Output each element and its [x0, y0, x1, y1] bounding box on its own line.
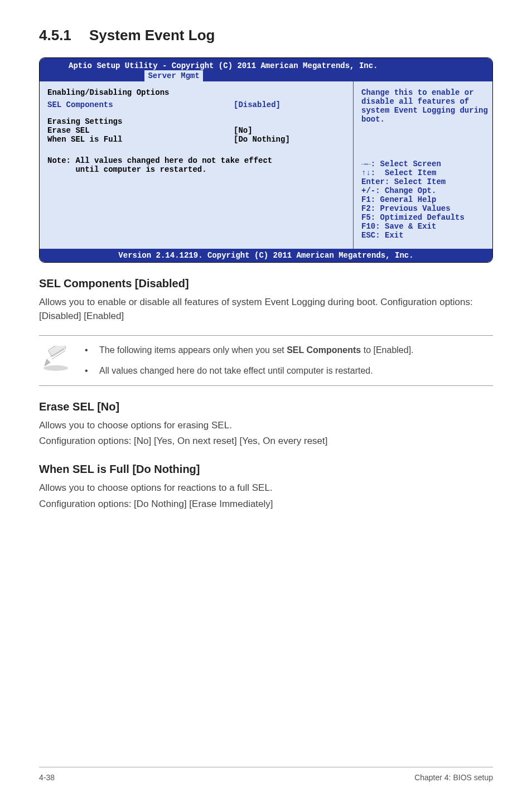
paragraph-erase-sel-1: Allows you to choose options for erasing… — [39, 419, 493, 433]
bullet-icon: • — [85, 364, 88, 377]
bios-key-line: F2: Previous Values — [361, 204, 486, 213]
svg-rect-2 — [48, 346, 66, 357]
list-item: • The following items appears only when … — [85, 344, 493, 356]
sel-components-value: [Disabled] — [234, 100, 345, 109]
bios-key-line: +/-: Change Opt. — [361, 186, 486, 195]
paragraph-erase-sel-2: Configuration options: [No] [Yes, On nex… — [39, 434, 493, 448]
paragraph-when-full-1: Allows you to choose options for reactio… — [39, 481, 493, 495]
page-footer: 4-38 Chapter 4: BIOS setup — [39, 767, 493, 782]
section-heading: 4.5.1System Event Log — [39, 27, 493, 44]
when-sel-full-value: [Do Nothing] — [234, 135, 345, 144]
when-sel-full-label: When SEL is Full — [47, 135, 234, 144]
bios-note-line2: until computer is restarted. — [47, 165, 207, 174]
svg-marker-1 — [45, 359, 50, 366]
callout-text-pre: The following items appears only when yo… — [99, 345, 287, 355]
bios-key-line: Enter: Select Item — [361, 177, 486, 186]
bios-key-line: F10: Save & Exit — [361, 222, 486, 231]
bios-desc-line: boot. — [361, 115, 486, 124]
erase-sel-value: [No] — [234, 126, 345, 135]
bullet-icon: • — [85, 344, 88, 356]
callout-item-text: All values changed here do not take effe… — [99, 364, 373, 377]
bios-header-line: Aptio Setup Utility - Copyright (C) 2011… — [45, 61, 487, 70]
bios-help-description: Change this to enable or disable all fea… — [361, 88, 486, 160]
page-number: 4-38 — [39, 773, 55, 782]
bios-key-line: F1: General Help — [361, 195, 486, 204]
bios-desc-line: system Event Logging during — [361, 106, 486, 115]
paragraph-when-full-2: Configuration options: [Do Nothing] [Era… — [39, 497, 493, 511]
bios-desc-line: Change this to enable or — [361, 88, 486, 97]
bios-key-line: ESC: Exit — [361, 231, 486, 240]
bios-screenshot: Aptio Setup Utility - Copyright (C) 2011… — [39, 57, 493, 263]
bios-header-text: Aptio Setup Utility - Copyright (C) 2011… — [69, 61, 378, 70]
bios-desc-line: disable all features of — [361, 97, 486, 106]
pencil-icon — [39, 344, 72, 371]
group-erasing-label: Erasing Settings — [47, 117, 345, 126]
bios-tab-server-mgmt: Server Mgmt — [144, 70, 202, 81]
callout-item-text: The following items appears only when yo… — [99, 344, 414, 356]
bios-note: Note: All values changed here do not tak… — [47, 156, 345, 174]
section-number: 4.5.1 — [39, 27, 89, 44]
chapter-label: Chapter 4: BIOS setup — [414, 773, 493, 782]
section-title-text: System Event Log — [89, 27, 215, 44]
callout-text-post: to [Enabled]. — [361, 345, 413, 355]
callout-text-bold: SEL Components — [287, 345, 361, 355]
bios-right-pane: Change this to enable or disable all fea… — [353, 81, 492, 249]
subhead-sel-components: SEL Components [Disabled] — [39, 277, 493, 290]
group-enabling-label: Enabling/Disabling Options — [47, 88, 345, 97]
callout-list: • The following items appears only when … — [85, 344, 493, 377]
bios-key-line: →←: Select Screen — [361, 160, 486, 168]
erase-sel-label: Erase SEL — [47, 126, 234, 135]
bios-note-line1: Note: All values changed here do not tak… — [47, 156, 272, 165]
bios-tab-row: Server Mgmt — [45, 70, 487, 81]
sel-components-label: SEL Components — [47, 100, 234, 109]
bios-header: Aptio Setup Utility - Copyright (C) 2011… — [40, 58, 492, 81]
bios-key-line: F5: Optimized Defaults — [361, 213, 486, 222]
bios-footer: Version 2.14.1219. Copyright (C) 2011 Am… — [40, 249, 492, 262]
note-callout: • The following items appears only when … — [39, 335, 493, 385]
list-item: • All values changed here do not take ef… — [85, 364, 493, 377]
bios-left-pane: Enabling/Disabling Options SEL Component… — [40, 81, 353, 249]
subhead-when-sel-full: When SEL is Full [Do Nothing] — [39, 463, 493, 476]
paragraph-sel-components: Allows you to enable or disable all feat… — [39, 296, 493, 323]
bios-body: Enabling/Disabling Options SEL Component… — [40, 81, 492, 249]
bios-key-line: ↑↓: Select Item — [361, 168, 486, 177]
bios-key-help: →←: Select Screen ↑↓: Select Item Enter:… — [361, 160, 486, 240]
subhead-erase-sel: Erase SEL [No] — [39, 400, 493, 413]
svg-point-0 — [43, 365, 68, 371]
